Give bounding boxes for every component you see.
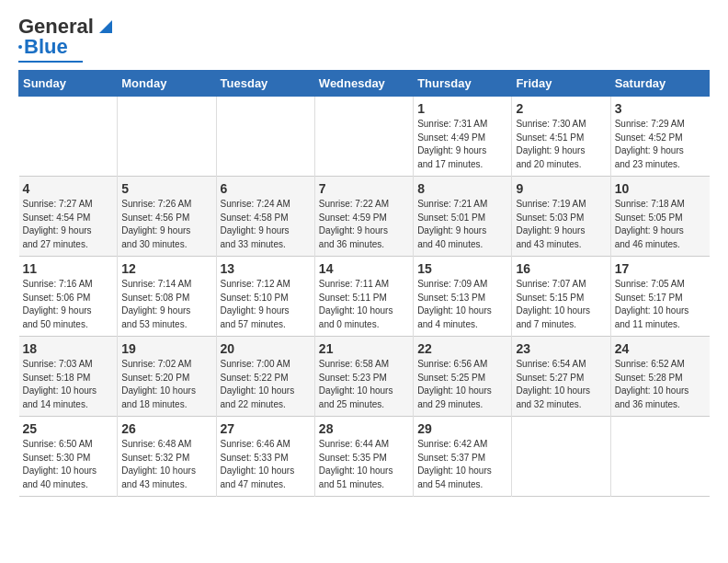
day-number: 20: [221, 341, 311, 356]
day-number: 2: [516, 101, 606, 116]
day-info: Sunrise: 6:54 AM Sunset: 5:27 PM Dayligh…: [516, 358, 606, 411]
day-number: 23: [516, 341, 606, 356]
calendar-cell: 3Sunrise: 7:29 AM Sunset: 4:52 PM Daylig…: [610, 97, 709, 177]
day-info: Sunrise: 7:29 AM Sunset: 4:52 PM Dayligh…: [615, 118, 706, 171]
day-info: Sunrise: 6:44 AM Sunset: 5:35 PM Dayligh…: [319, 438, 409, 491]
calendar-cell: 6Sunrise: 7:24 AM Sunset: 4:58 PM Daylig…: [216, 177, 314, 257]
calendar-cell: 15Sunrise: 7:09 AM Sunset: 5:13 PM Dayli…: [414, 257, 512, 337]
day-info: Sunrise: 7:11 AM Sunset: 5:11 PM Dayligh…: [319, 278, 409, 331]
day-info: Sunrise: 6:52 AM Sunset: 5:28 PM Dayligh…: [615, 358, 706, 411]
day-info: Sunrise: 7:09 AM Sunset: 5:13 PM Dayligh…: [417, 278, 507, 331]
day-info: Sunrise: 7:30 AM Sunset: 4:51 PM Dayligh…: [516, 118, 606, 171]
day-info: Sunrise: 7:05 AM Sunset: 5:17 PM Dayligh…: [615, 278, 706, 331]
week-row-2: 4Sunrise: 7:27 AM Sunset: 4:54 PM Daylig…: [19, 177, 710, 257]
day-info: Sunrise: 6:46 AM Sunset: 5:33 PM Dayligh…: [221, 438, 311, 491]
calendar-cell: 9Sunrise: 7:19 AM Sunset: 5:03 PM Daylig…: [512, 177, 610, 257]
logo-icon: [96, 17, 116, 37]
day-info: Sunrise: 7:26 AM Sunset: 4:56 PM Dayligh…: [121, 198, 211, 251]
day-number: 13: [221, 261, 311, 276]
week-row-4: 18Sunrise: 7:03 AM Sunset: 5:18 PM Dayli…: [19, 337, 710, 417]
day-number: 24: [615, 341, 706, 356]
calendar-cell: 29Sunrise: 6:42 AM Sunset: 5:37 PM Dayli…: [414, 417, 512, 497]
week-row-1: 1Sunrise: 7:31 AM Sunset: 4:49 PM Daylig…: [19, 97, 710, 177]
day-number: 12: [121, 261, 211, 276]
calendar-cell: 10Sunrise: 7:18 AM Sunset: 5:05 PM Dayli…: [610, 177, 709, 257]
calendar-cell: 12Sunrise: 7:14 AM Sunset: 5:08 PM Dayli…: [118, 257, 216, 337]
day-info: Sunrise: 7:12 AM Sunset: 5:10 PM Dayligh…: [221, 278, 311, 331]
header-wednesday: Wednesday: [314, 71, 413, 97]
day-number: 18: [23, 341, 114, 356]
day-number: 15: [417, 261, 507, 276]
calendar-cell: 27Sunrise: 6:46 AM Sunset: 5:33 PM Dayli…: [216, 417, 314, 497]
calendar-cell: 17Sunrise: 7:05 AM Sunset: 5:17 PM Dayli…: [610, 257, 709, 337]
svg-marker-0: [99, 20, 112, 33]
day-info: Sunrise: 7:03 AM Sunset: 5:18 PM Dayligh…: [23, 358, 114, 411]
calendar-cell: 2Sunrise: 7:30 AM Sunset: 4:51 PM Daylig…: [512, 97, 610, 177]
header-friday: Friday: [512, 71, 610, 97]
calendar-cell: [19, 97, 118, 177]
calendar-cell: 22Sunrise: 6:56 AM Sunset: 5:25 PM Dayli…: [414, 337, 512, 417]
header: General Blue: [18, 15, 710, 63]
day-number: 27: [221, 421, 311, 436]
logo-underline: [18, 61, 83, 63]
calendar-cell: 14Sunrise: 7:11 AM Sunset: 5:11 PM Dayli…: [314, 257, 413, 337]
week-row-3: 11Sunrise: 7:16 AM Sunset: 5:06 PM Dayli…: [19, 257, 710, 337]
day-number: 29: [417, 421, 507, 436]
day-number: 6: [221, 181, 311, 196]
calendar-cell: [610, 417, 709, 497]
logo-blue: Blue: [24, 35, 68, 59]
calendar-cell: [216, 97, 314, 177]
day-info: Sunrise: 6:50 AM Sunset: 5:30 PM Dayligh…: [23, 438, 114, 491]
calendar-cell: 8Sunrise: 7:21 AM Sunset: 5:01 PM Daylig…: [414, 177, 512, 257]
day-info: Sunrise: 7:24 AM Sunset: 4:58 PM Dayligh…: [221, 198, 311, 251]
week-row-5: 25Sunrise: 6:50 AM Sunset: 5:30 PM Dayli…: [19, 417, 710, 497]
day-number: 17: [615, 261, 706, 276]
day-number: 16: [516, 261, 606, 276]
day-number: 5: [121, 181, 211, 196]
day-number: 9: [516, 181, 606, 196]
day-info: Sunrise: 7:19 AM Sunset: 5:03 PM Dayligh…: [516, 198, 606, 251]
day-number: 8: [417, 181, 507, 196]
header-sunday: Sunday: [19, 71, 118, 97]
calendar-cell: 23Sunrise: 6:54 AM Sunset: 5:27 PM Dayli…: [512, 337, 610, 417]
day-number: 19: [121, 341, 211, 356]
day-info: Sunrise: 6:56 AM Sunset: 5:25 PM Dayligh…: [417, 358, 507, 411]
header-saturday: Saturday: [610, 71, 709, 97]
day-number: 25: [23, 421, 114, 436]
day-info: Sunrise: 7:27 AM Sunset: 4:54 PM Dayligh…: [23, 198, 114, 251]
day-number: 11: [23, 261, 114, 276]
day-info: Sunrise: 7:16 AM Sunset: 5:06 PM Dayligh…: [23, 278, 114, 331]
calendar-cell: 16Sunrise: 7:07 AM Sunset: 5:15 PM Dayli…: [512, 257, 610, 337]
day-info: Sunrise: 7:18 AM Sunset: 5:05 PM Dayligh…: [615, 198, 706, 251]
day-info: Sunrise: 6:58 AM Sunset: 5:23 PM Dayligh…: [319, 358, 409, 411]
calendar-cell: 20Sunrise: 7:00 AM Sunset: 5:22 PM Dayli…: [216, 337, 314, 417]
calendar-cell: 25Sunrise: 6:50 AM Sunset: 5:30 PM Dayli…: [19, 417, 118, 497]
calendar-cell: [314, 97, 413, 177]
day-info: Sunrise: 6:48 AM Sunset: 5:32 PM Dayligh…: [121, 438, 211, 491]
day-number: 10: [615, 181, 706, 196]
day-number: 26: [121, 421, 211, 436]
day-info: Sunrise: 7:02 AM Sunset: 5:20 PM Dayligh…: [121, 358, 211, 411]
logo: General Blue: [18, 15, 116, 63]
day-number: 7: [319, 181, 409, 196]
day-info: Sunrise: 6:42 AM Sunset: 5:37 PM Dayligh…: [417, 438, 507, 491]
calendar-cell: 24Sunrise: 6:52 AM Sunset: 5:28 PM Dayli…: [610, 337, 709, 417]
day-number: 22: [417, 341, 507, 356]
calendar-cell: 4Sunrise: 7:27 AM Sunset: 4:54 PM Daylig…: [19, 177, 118, 257]
day-info: Sunrise: 7:22 AM Sunset: 4:59 PM Dayligh…: [319, 198, 409, 251]
calendar-table: SundayMondayTuesdayWednesdayThursdayFrid…: [18, 70, 710, 497]
calendar-cell: [512, 417, 610, 497]
day-number: 28: [319, 421, 409, 436]
calendar-cell: 28Sunrise: 6:44 AM Sunset: 5:35 PM Dayli…: [314, 417, 413, 497]
calendar-cell: 26Sunrise: 6:48 AM Sunset: 5:32 PM Dayli…: [118, 417, 216, 497]
header-monday: Monday: [118, 71, 216, 97]
day-number: 4: [23, 181, 114, 196]
calendar-header-row: SundayMondayTuesdayWednesdayThursdayFrid…: [19, 71, 710, 97]
calendar-cell: 5Sunrise: 7:26 AM Sunset: 4:56 PM Daylig…: [118, 177, 216, 257]
day-number: 14: [319, 261, 409, 276]
calendar-cell: 13Sunrise: 7:12 AM Sunset: 5:10 PM Dayli…: [216, 257, 314, 337]
day-number: 21: [319, 341, 409, 356]
day-info: Sunrise: 7:31 AM Sunset: 4:49 PM Dayligh…: [417, 118, 507, 171]
day-info: Sunrise: 7:07 AM Sunset: 5:15 PM Dayligh…: [516, 278, 606, 331]
day-info: Sunrise: 7:14 AM Sunset: 5:08 PM Dayligh…: [121, 278, 211, 331]
